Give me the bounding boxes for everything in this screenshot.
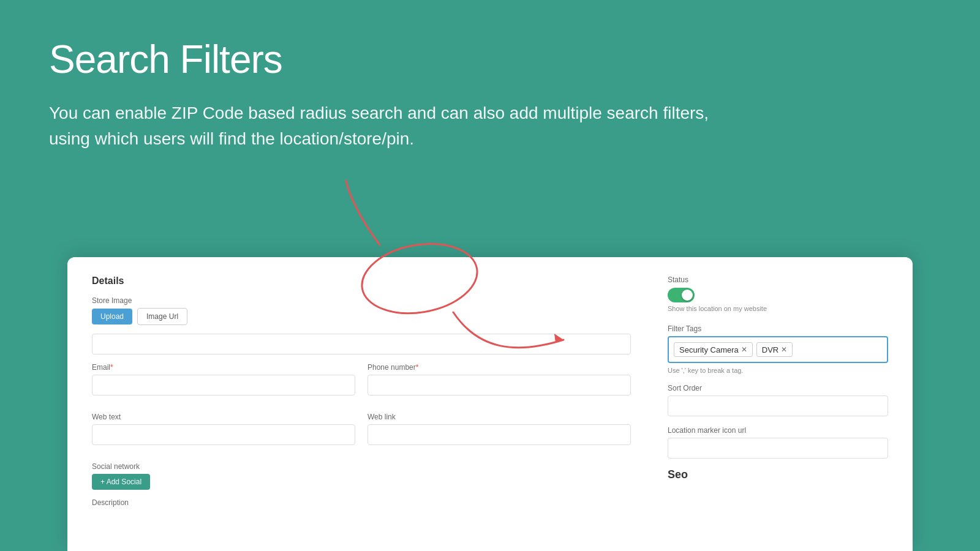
tag-security-camera: Security Camera ✕ (674, 342, 753, 357)
tag-text-security-camera: Security Camera (679, 345, 739, 354)
description-section: Description (92, 498, 631, 507)
location-icon-input[interactable] (668, 438, 888, 459)
form-container: Details Store Image Upload Image Url Ema… (67, 257, 913, 551)
toggle-thumb (682, 290, 693, 301)
phone-label: Phone number* (368, 363, 631, 372)
web-row: Web text Web link (92, 413, 631, 454)
web-text-group: Web text (92, 413, 355, 445)
add-social-button[interactable]: Add Social (92, 474, 150, 490)
toggle-container[interactable] (668, 288, 888, 302)
image-url-button[interactable]: Image Url (137, 308, 187, 325)
email-label: Email* (92, 363, 355, 372)
tag-dvr: DVR ✕ (756, 342, 793, 357)
store-image-row: Upload Image Url (92, 308, 631, 325)
web-link-label: Web link (368, 413, 631, 421)
social-network-section: Social network Add Social (92, 462, 631, 490)
seo-section: Seo (668, 468, 888, 481)
tag-text-dvr: DVR (762, 345, 778, 354)
form-layout: Details Store Image Upload Image Url Ema… (92, 276, 888, 510)
description-label: Description (92, 498, 631, 507)
toggle-track (668, 288, 695, 302)
filter-tags-box[interactable]: Security Camera ✕ DVR ✕ (668, 336, 888, 363)
upload-button[interactable]: Upload (92, 309, 132, 324)
email-group: Email* (92, 363, 355, 395)
form-right: Status Show this location on my website … (668, 276, 888, 510)
phone-group: Phone number* (368, 363, 631, 395)
sort-order-label: Sort Order (668, 384, 888, 392)
web-link-input[interactable] (368, 424, 631, 445)
sort-order-section: Sort Order (668, 384, 888, 416)
filter-tags-section: Filter Tags Security Camera ✕ DVR ✕ Use … (668, 324, 888, 374)
seo-title: Seo (668, 468, 888, 481)
top-section: Search Filters You can enable ZIP Code b… (0, 0, 980, 176)
name-group (92, 334, 631, 354)
filter-tags-label: Filter Tags (668, 324, 888, 333)
web-text-label: Web text (92, 413, 355, 421)
name-input[interactable] (92, 334, 631, 354)
status-section: Status Show this location on my website (668, 276, 888, 312)
status-toggle[interactable] (668, 288, 695, 302)
show-location-text: Show this location on my website (668, 305, 888, 312)
social-network-label: Social network (92, 462, 631, 471)
location-icon-section: Location marker icon url (668, 426, 888, 459)
status-label: Status (668, 276, 888, 284)
tag-hint: Use ',' key to break a tag. (668, 367, 888, 374)
store-image-label: Store Image (92, 296, 631, 305)
location-icon-label: Location marker icon url (668, 426, 888, 435)
web-link-group: Web link (368, 413, 631, 445)
phone-input[interactable] (368, 375, 631, 395)
web-text-input[interactable] (92, 424, 355, 445)
email-phone-row: Email* Phone number* (92, 363, 631, 404)
store-image-group: Store Image Upload Image Url (92, 296, 631, 325)
sort-order-input[interactable] (668, 395, 888, 416)
details-section-title: Details (92, 276, 631, 287)
email-input[interactable] (92, 375, 355, 395)
tag-remove-security-camera[interactable]: ✕ (741, 346, 747, 353)
page-description: You can enable ZIP Code based radius sea… (49, 100, 723, 152)
page-title: Search Filters (49, 37, 931, 82)
tag-remove-dvr[interactable]: ✕ (781, 346, 787, 353)
form-left: Details Store Image Upload Image Url Ema… (92, 276, 631, 510)
